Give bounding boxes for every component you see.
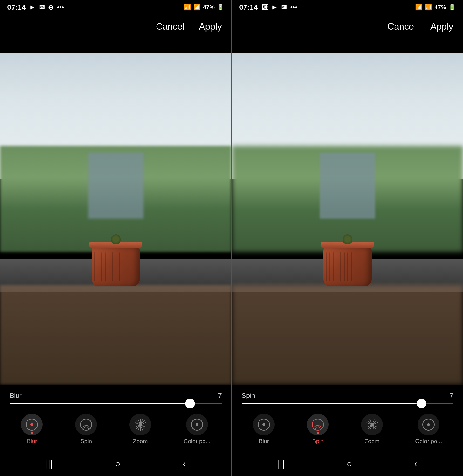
ridge — [329, 253, 330, 282]
zoom-label-left: Zoom — [133, 438, 148, 445]
status-right-left: 📶 📶 47% 🔋 — [184, 4, 224, 11]
cancel-button-right[interactable]: Cancel — [388, 21, 416, 32]
spin-lines-right — [312, 419, 323, 430]
pot-ridges-left — [94, 253, 137, 282]
blur-icon-wrap-left — [21, 414, 43, 435]
nav-recent-left[interactable]: ||| — [46, 459, 53, 469]
slider-label-row-right: Spin 7 — [242, 392, 453, 400]
ridge — [340, 253, 341, 282]
colorpo-icon-right — [422, 419, 435, 431]
pot-ridges-right — [326, 253, 369, 282]
slider-track-left[interactable] — [10, 403, 222, 404]
time-left: 07:14 — [7, 3, 26, 11]
photo-bg-left — [0, 53, 232, 384]
nav-back-right[interactable]: ‹ — [415, 459, 418, 469]
tool-zoom-right[interactable]: Zoom — [361, 414, 383, 445]
battery-left: 47% — [203, 4, 215, 11]
spin-active-indicator-right — [317, 432, 319, 434]
nav-bar-left: ||| ○ ‹ — [0, 452, 232, 476]
ridge — [108, 253, 109, 282]
colorpo-icon-left — [191, 419, 203, 431]
spin-icon-left — [80, 419, 92, 431]
colorpo-icon-wrap-left — [186, 414, 208, 435]
tool-spin-right[interactable]: Spin — [307, 414, 329, 445]
spin-icon-right — [312, 419, 324, 431]
slider-value-left: 7 — [218, 392, 222, 400]
ridge — [105, 253, 106, 282]
zoom-icon-wrap-right — [361, 414, 383, 435]
left-panel: 07:14 ► ✉ ⊖ ••• 📶 📶 47% 🔋 Cancel Apply — [0, 0, 232, 476]
photo-building-right — [320, 153, 375, 219]
ridge — [344, 253, 345, 282]
zoom-icon-left — [134, 419, 146, 431]
pot-body-right — [323, 248, 372, 286]
cactus-left — [111, 234, 121, 244]
pot-body-left — [92, 248, 140, 286]
nav-icon-left: ► — [29, 3, 36, 11]
signal-icon-left: 📶 — [193, 4, 201, 11]
colorpo-label-right: Color po... — [415, 438, 442, 445]
top-bar-left: Cancel Apply — [0, 15, 232, 39]
nav-recent-right[interactable]: ||| — [277, 459, 284, 469]
slider-section-right: Spin 7 — [232, 384, 463, 409]
cancel-button-left[interactable]: Cancel — [156, 21, 185, 32]
nav-home-right[interactable]: ○ — [347, 459, 352, 469]
tool-blur-right[interactable]: Blur — [253, 414, 275, 445]
wifi-icon-right: 📶 — [415, 4, 422, 11]
nav-bar-right: ||| ○ ‹ — [232, 452, 463, 476]
cactus-right — [343, 234, 352, 244]
nav-back-left[interactable]: ‹ — [183, 459, 186, 469]
slider-fill-right — [242, 403, 421, 404]
photo-building-left — [88, 153, 143, 219]
tool-spin-left[interactable]: Spin — [75, 414, 97, 445]
nav-icon-right: ► — [271, 3, 278, 11]
spin-icon-wrap-left — [75, 414, 97, 435]
photo-area-right — [232, 53, 463, 384]
ridge — [337, 253, 337, 282]
wifi-icon-left: 📶 — [184, 4, 191, 11]
minus-icon-left: ⊖ — [48, 3, 53, 11]
spin-line — [86, 425, 86, 430]
apply-button-right[interactable]: Apply — [430, 21, 453, 32]
ridge — [351, 253, 352, 282]
tool-options-right: Blur — [232, 409, 463, 452]
tool-blur-left[interactable]: Blur — [21, 414, 43, 445]
ridge — [98, 253, 98, 282]
status-right-right: 📶 📶 47% 🔋 — [415, 4, 456, 11]
ridge — [112, 253, 113, 282]
slider-thumb-right[interactable] — [417, 399, 426, 408]
battery-right: 47% — [435, 4, 446, 11]
colorpo-dot-left — [196, 423, 198, 426]
gallery-icon-right: 🖼 — [261, 3, 268, 11]
colorpo-icon-wrap-right — [418, 414, 439, 435]
tool-colorpo-right[interactable]: Color po... — [415, 414, 442, 445]
zoom-center-left — [139, 423, 142, 426]
zoom-label-right: Zoom — [365, 438, 379, 445]
photo-area-left — [0, 53, 232, 384]
blur-icon-right — [258, 419, 270, 431]
slider-label-right: Spin — [242, 392, 255, 400]
status-bar-left: 07:14 ► ✉ ⊖ ••• 📶 📶 47% 🔋 — [0, 0, 232, 15]
blur-icon-left — [26, 419, 38, 431]
blur-label-left: Blur — [27, 438, 37, 445]
right-panel: 07:14 🖼 ► ✉ ••• 📶 📶 47% 🔋 Cancel Apply — [232, 0, 463, 476]
apply-button-left[interactable]: Apply — [199, 21, 222, 32]
nav-home-left[interactable]: ○ — [115, 459, 120, 469]
photo-ground-right — [232, 285, 463, 384]
slider-thumb-left[interactable] — [185, 399, 195, 408]
blur-label-right: Blur — [259, 438, 269, 445]
slider-label-left: Blur — [10, 392, 22, 400]
colorpo-dot-right — [427, 423, 430, 426]
tool-colorpo-left[interactable]: Color po... — [184, 414, 211, 445]
slider-track-right[interactable] — [242, 403, 453, 404]
tool-options-left: Blur Spin — [0, 409, 232, 452]
photo-ground-left — [0, 285, 232, 384]
gmail-icon-right: ✉ — [281, 3, 287, 11]
ridge — [333, 253, 334, 282]
tool-zoom-left[interactable]: Zoom — [130, 414, 151, 445]
slider-fill-left — [10, 403, 190, 404]
blur-icon-wrap-right — [253, 414, 275, 435]
gmail-icon-left: ✉ — [39, 3, 45, 11]
battery-icon-left: 🔋 — [217, 4, 224, 11]
spin-label-right: Spin — [312, 438, 324, 445]
